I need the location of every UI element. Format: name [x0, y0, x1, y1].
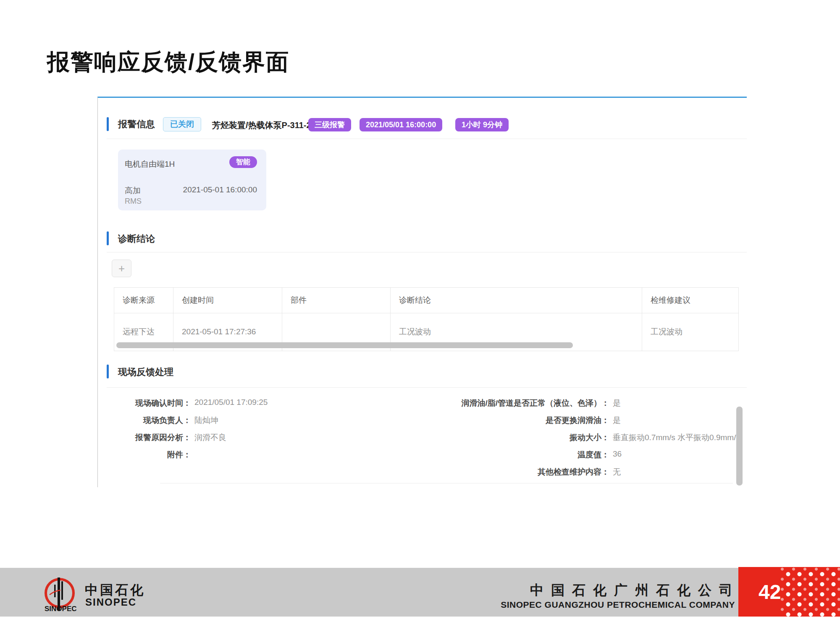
footer-logo-en: SINOPEC: [85, 596, 136, 608]
section-accent-bar: [107, 365, 109, 378]
field-value: 是: [613, 398, 621, 409]
status-badge-closed: 已关闭: [163, 117, 201, 131]
divider: [160, 483, 733, 483]
alarm-point-card[interactable]: 电机自由端1H 智能 高加 2021-05-01 16:00:00 RMS: [118, 150, 266, 210]
field-label: 现场确认时间：: [115, 398, 191, 409]
field-value: 垂直振动0.7mm/s 水平振动0.9mm/s: [613, 432, 740, 443]
section-accent-bar: [107, 117, 109, 131]
section-title-alarm-info: 报警信息: [118, 118, 155, 131]
plus-icon: +: [118, 262, 125, 275]
field-label: 是否更换润滑油：: [429, 415, 609, 426]
table-header-suggestion: 检维修建议: [642, 288, 738, 313]
field-value: 无: [613, 467, 621, 478]
page-title: 报警响应反馈/反馈界面: [47, 47, 289, 78]
field-value: 润滑不良: [194, 432, 226, 443]
alarm-feedback-panel: 报警信息 已关闭 芳烃装置/热载体泵P-311-2 三级报警 2021/05/0…: [97, 97, 747, 487]
field-label: 温度值：: [429, 449, 609, 460]
table-header-created: 创建时间: [173, 288, 282, 313]
halftone-dots-decoration: [780, 567, 840, 617]
field-label: 润滑油/脂/管道是否正常（液位、色泽）：: [429, 398, 609, 409]
alarm-type-label: 高加: [125, 185, 141, 196]
slide-canvas: 报警响应反馈/反馈界面 报警信息 已关闭 芳烃装置/热载体泵P-311-2 三级…: [0, 0, 840, 630]
footer-company-name-en: SINOPEC GUANGZHOU PETROCHEMICAL COMPANY: [483, 600, 735, 610]
section-title-feedback: 现场反馈处理: [118, 366, 173, 378]
divider: [107, 252, 747, 252]
horizontal-scrollbar[interactable]: [116, 342, 573, 348]
field-label: 现场负责人：: [115, 415, 191, 426]
alarm-duration-badge: 1小时 9分钟: [455, 118, 509, 131]
alarm-time-badge: 2021/05/01 16:00:00: [360, 118, 442, 131]
add-diagnosis-button[interactable]: +: [112, 260, 131, 277]
table-header-conclusion: 诊断结论: [390, 288, 642, 313]
field-label: 附件：: [115, 449, 191, 460]
alarm-card-time: 2021-05-01 16:00:00: [183, 185, 257, 194]
footer-company-name-cn: 中国石化广州石化公司: [483, 581, 740, 600]
device-name: 芳烃装置/热载体泵P-311-2: [212, 120, 311, 131]
svg-text:SINOPEC: SINOPEC: [45, 605, 77, 613]
field-value: 2021/05/01 17:09:25: [194, 398, 268, 407]
table-header-source: 诊断来源: [114, 288, 173, 313]
divider: [107, 387, 747, 388]
measure-point-name: 电机自由端1H: [125, 159, 175, 170]
field-label: 报警原因分析：: [115, 432, 191, 443]
page-number: 42: [759, 580, 781, 604]
field-label: 振动大小：: [429, 432, 609, 443]
vertical-scrollbar[interactable]: [736, 407, 743, 486]
field-value: 是: [613, 415, 621, 426]
table-cell-suggestion[interactable]: 工况波动: [642, 313, 738, 351]
diagnosis-table: 诊断来源 创建时间 部件 诊断结论 检维修建议 远程下达 2021-05-01 …: [114, 287, 739, 351]
page-number-block: 42: [738, 567, 840, 617]
field-label: 其他检查维护内容：: [429, 467, 609, 478]
section-title-diagnosis: 诊断结论: [118, 233, 155, 245]
section-accent-bar: [107, 231, 109, 245]
smart-tag-badge: 智能: [229, 156, 257, 168]
divider: [107, 139, 747, 139]
field-value: 36: [613, 449, 622, 459]
alarm-level-badge: 三级报警: [308, 118, 351, 131]
table-header-component: 部件: [282, 288, 390, 313]
metric-label: RMS: [125, 197, 142, 206]
sinopec-logo-icon: SINOPEC: [40, 576, 79, 613]
field-value: 陆灿坤: [194, 415, 218, 426]
